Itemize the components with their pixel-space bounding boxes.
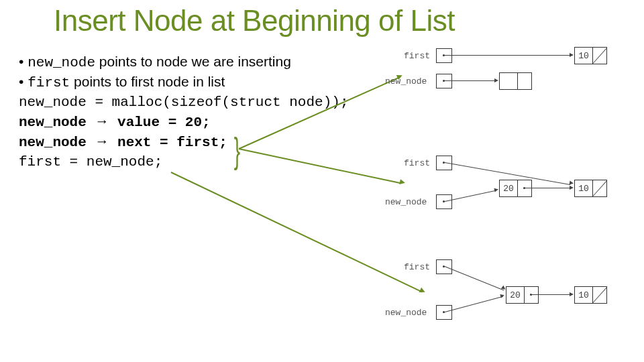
code-line-3: new_node → next = first; [19,132,348,152]
node-value-box [499,72,518,90]
diagram-step-1: first 10 new_node [404,47,632,101]
arrow-line [445,190,496,202]
diagram-step-2: first new_node 20 10 [404,154,632,215]
label-first: first [404,262,430,272]
node-value: 20 [508,290,522,300]
arrow-line [445,296,503,312]
bullet-1: • new_node points to node we are inserti… [19,52,348,72]
node-value: 10 [577,184,590,194]
diagram-step-3: first new_node 20 10 [404,258,632,325]
label-first: first [404,51,430,61]
arrow-line [445,55,570,56]
arrowhead-icon [500,293,504,298]
arrowhead-icon [570,292,574,296]
slide-body: • new_node points to node we are inserti… [19,52,348,172]
arrow-icon: → [95,133,109,149]
bullet-1-code: new_node [28,55,95,70]
arrowhead-icon [494,78,498,82]
code-line-4: first = new_node; [19,153,348,172]
arrow-icon: → [95,113,109,129]
arrow-line [445,266,504,291]
connector-arrow [171,172,423,292]
slide-title: Insert Node at Beginning of List [54,4,455,38]
arrowhead-icon [570,181,574,186]
label-first: first [404,158,430,168]
label-new-node: new_node [385,197,427,207]
arrow-line [525,188,571,188]
label-new-node: new_node [385,308,427,318]
node-value: 20 [502,184,515,194]
arrow-line [445,80,495,81]
arrowhead-icon [570,53,574,57]
code-line-1: new_node = malloc(sizeof(struct node)); [19,93,348,112]
bullet-2: • first points to first node in list [19,72,348,93]
bullet-2-code: first [28,75,70,90]
node-value: 10 [577,290,590,300]
node-value: 10 [577,51,590,61]
brace-icon: } [234,130,240,172]
arrowhead-icon [570,186,574,190]
bullet-2-text: points to first node in list [70,74,225,89]
label-new-node: new_node [385,76,427,86]
arrow-line [532,294,571,295]
node-next-box [517,72,532,90]
bullet-1-text: points to node we are inserting [95,54,291,69]
arrowhead-icon [494,187,498,192]
